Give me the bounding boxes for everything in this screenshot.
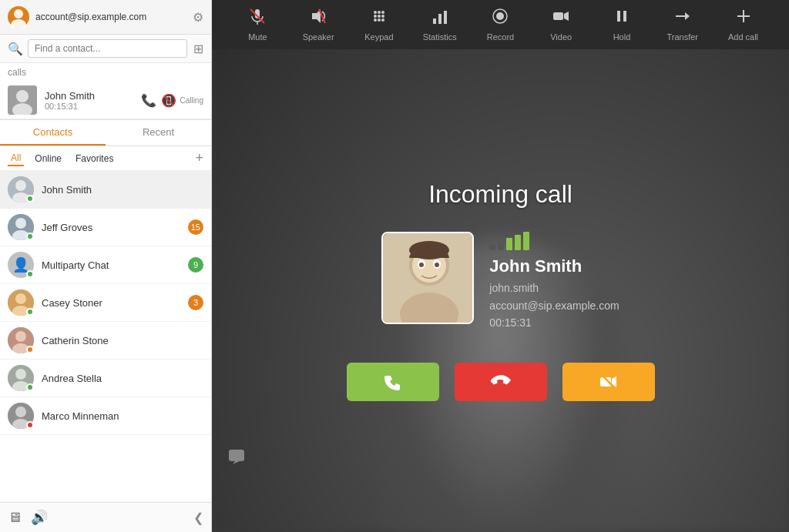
list-item[interactable]: Catherin Stone xyxy=(0,322,211,360)
signal-bar-1 xyxy=(489,244,495,250)
accept-call-button[interactable]: 📞 xyxy=(141,93,156,108)
contact-avatar-wrap xyxy=(8,365,34,391)
speaker-label: Speaker xyxy=(303,32,334,42)
contact-avatar-wrap xyxy=(8,403,34,429)
svg-rect-42 xyxy=(553,12,563,20)
list-item[interactable]: Casey Stoner 3 xyxy=(0,284,211,322)
answer-button[interactable] xyxy=(347,363,439,401)
incoming-call-title: Incoming call xyxy=(428,180,572,209)
status-indicator xyxy=(26,233,34,240)
video-icon xyxy=(552,8,569,29)
keypad-icon xyxy=(371,8,388,29)
svg-point-35 xyxy=(378,18,381,22)
svg-point-41 xyxy=(496,12,504,20)
contact-avatar-wrap xyxy=(8,214,34,240)
tool-hold[interactable]: Hold xyxy=(599,8,645,42)
tool-add-call[interactable]: Add call xyxy=(720,8,767,42)
unread-badge: 9 xyxy=(188,257,203,273)
tool-mute[interactable]: Mute xyxy=(234,8,280,42)
speaker-icon xyxy=(310,8,327,29)
active-call-avatar xyxy=(8,85,37,115)
svg-point-0 xyxy=(14,9,23,18)
action-buttons xyxy=(347,363,655,401)
calls-section: calls John Smith 00:15:31 📞 📵 Calling xyxy=(0,63,211,120)
svg-rect-44 xyxy=(617,11,620,22)
svg-point-30 xyxy=(381,11,384,14)
contact-name: Jeff Groves xyxy=(42,222,188,233)
grid-icon[interactable]: ⊞ xyxy=(193,42,203,56)
active-call-item[interactable]: John Smith 00:15:31 📞 📵 Calling xyxy=(0,82,211,119)
video-off-button[interactable] xyxy=(562,363,655,401)
status-indicator xyxy=(26,421,34,429)
monitor-icon[interactable]: 🖥 xyxy=(8,510,22,526)
reject-button[interactable] xyxy=(455,363,547,401)
list-item[interactable]: Marco Minneman xyxy=(0,397,211,435)
tool-video[interactable]: Video xyxy=(538,8,584,42)
active-call-name: John Smith xyxy=(45,90,141,102)
svg-point-3 xyxy=(16,90,29,102)
svg-marker-43 xyxy=(564,12,569,21)
collapse-button[interactable]: ❮ xyxy=(193,510,203,525)
svg-point-1 xyxy=(11,19,26,28)
calls-label: calls xyxy=(0,63,211,82)
add-filter-button[interactable]: + xyxy=(195,150,203,166)
bottom-bar: 🖥 🔊 ❮ xyxy=(0,502,211,532)
left-panel: account@sip.example.com ⚙ 🔍 ⊞ calls John… xyxy=(0,0,212,532)
main-content: Incoming call xyxy=(212,49,789,532)
signal-bar-3 xyxy=(506,238,512,250)
svg-point-18 xyxy=(15,369,26,380)
unread-badge: 3 xyxy=(188,295,203,310)
tool-keypad[interactable]: Keypad xyxy=(356,8,402,42)
list-item[interactable]: John Smith xyxy=(0,171,211,209)
transfer-icon xyxy=(674,8,691,29)
tool-record[interactable]: Record xyxy=(477,8,523,42)
svg-marker-47 xyxy=(685,12,690,20)
volume-icon[interactable]: 🔊 xyxy=(31,509,48,526)
svg-point-12 xyxy=(15,293,26,304)
active-call-timer: 00:15:31 xyxy=(45,102,141,111)
tool-transfer[interactable]: Transfer xyxy=(660,8,706,42)
tool-statistics[interactable]: Statistics xyxy=(417,8,463,42)
chat-icon[interactable] xyxy=(227,447,246,470)
statistics-label: Statistics xyxy=(423,32,457,42)
signal-bars xyxy=(489,232,619,250)
account-bar: account@sip.example.com ⚙ xyxy=(0,0,211,35)
filter-favorites[interactable]: Favorites xyxy=(72,152,116,166)
filter-row: All Online Favorites + xyxy=(0,146,211,171)
list-item[interactable]: Jeff Groves 15 xyxy=(0,209,211,246)
call-status: Calling xyxy=(180,96,203,105)
list-item[interactable]: Andrea Stella xyxy=(0,360,211,397)
contact-avatar-wrap: 👤 xyxy=(8,252,34,278)
svg-rect-45 xyxy=(623,11,626,22)
svg-point-31 xyxy=(374,15,377,18)
gear-icon[interactable]: ⚙ xyxy=(193,10,203,25)
toolbar: Mute Speaker Keypad xyxy=(212,0,789,49)
contact-name: Casey Stoner xyxy=(42,297,188,309)
contact-name: John Smith xyxy=(42,184,203,196)
tool-speaker[interactable]: Speaker xyxy=(295,8,341,42)
status-indicator xyxy=(26,308,34,316)
tab-recent[interactable]: Recent xyxy=(106,120,211,146)
svg-point-57 xyxy=(435,263,439,267)
svg-point-15 xyxy=(15,331,26,342)
mute-label: Mute xyxy=(248,32,267,42)
contact-name: Catherin Stone xyxy=(42,335,203,346)
decline-call-button[interactable]: 📵 xyxy=(161,93,176,108)
status-indicator xyxy=(26,270,34,278)
svg-point-33 xyxy=(381,15,384,18)
caller-account: account@sip.example.com xyxy=(489,297,619,314)
tab-contacts[interactable]: Contacts xyxy=(0,120,106,146)
hold-label: Hold xyxy=(613,32,631,42)
list-item[interactable]: 👤 Multiparty Chat 9 xyxy=(0,246,211,284)
filter-online[interactable]: Online xyxy=(32,152,65,166)
search-input[interactable] xyxy=(28,39,187,58)
add-call-icon xyxy=(735,8,752,29)
filter-all[interactable]: All xyxy=(8,151,24,166)
keypad-label: Keypad xyxy=(364,32,393,42)
tabs-row: Contacts Recent xyxy=(0,120,211,146)
signal-bar-5 xyxy=(523,232,529,250)
record-icon xyxy=(492,8,509,29)
record-label: Record xyxy=(487,32,514,42)
signal-bar-2 xyxy=(498,241,504,250)
caller-sip: john.smith xyxy=(489,279,619,296)
